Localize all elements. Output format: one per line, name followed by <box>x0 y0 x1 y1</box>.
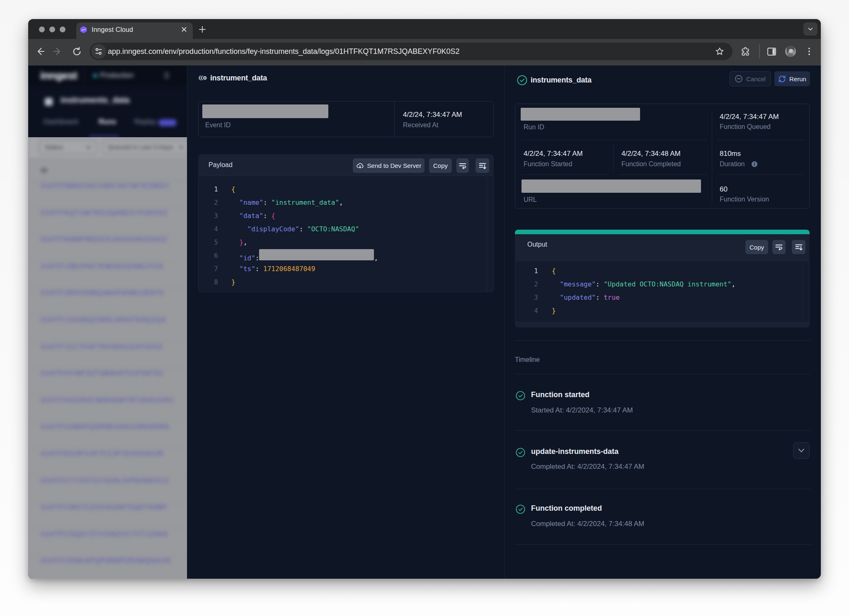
run-id-link[interactable]: 01HTFCR9KAPQP0R8PZR3MQNAX8 <box>41 557 171 565</box>
run-list-row[interactable]: 01HTFEG3FVJP7FZJP7EA5XN3JR <box>28 449 187 476</box>
run-id-link[interactable]: 01HTFHXGR0CWNH6WY8T3NAVGRC <box>41 397 175 404</box>
rerun-button[interactable]: Rerun <box>774 71 810 86</box>
timeline-item-subtitle: Started At: 4/2/2024, 7:34:47 AM <box>531 406 633 415</box>
run-id-link[interactable]: 01HTFKQT1M7RSJQABEXYF0K0S2 <box>41 209 168 217</box>
new-tab-button[interactable] <box>198 25 207 34</box>
traffic-light-close[interactable] <box>39 27 45 32</box>
run-id-link[interactable]: 01HTFN86XV6CXW67657W7E3WDY <box>41 182 170 190</box>
run-list-row[interactable]: 01HTFHYWF32TSB9H0T01F58T8J <box>28 369 187 395</box>
received-at-value: 4/2/24, 7:34:47 AM <box>403 111 462 119</box>
tab-runs[interactable]: Runs <box>99 118 116 126</box>
status-filter[interactable]: Status <box>39 140 97 155</box>
run-id-link[interactable]: 01HTFG38KPQSR9E4A91G8RARRN <box>41 423 169 431</box>
side-panel-icon[interactable] <box>764 39 779 64</box>
run-id-link[interactable]: 01HTFJ1DA8Q238SLNNHTE8Q2Q4 <box>41 316 166 324</box>
site-settings-icon[interactable] <box>91 44 106 59</box>
completed-label: Function Completed <box>621 160 681 168</box>
event-id-card: Event ID 4/2/24, 7:34:47 AM Received At <box>198 101 494 137</box>
timeline-expand-button[interactable] <box>793 442 810 459</box>
sidebar-divider <box>84 65 84 85</box>
timeline-header-divider <box>515 374 811 374</box>
run-id-link[interactable]: 01HTFCW27CZ2X3AZM75QEY94BF <box>41 504 168 511</box>
card-row-divider <box>521 175 608 175</box>
card-column-divider <box>712 109 712 204</box>
duration-info-icon[interactable] <box>751 161 758 167</box>
cancel-button[interactable]: Cancel <box>730 71 771 86</box>
tab-close-icon[interactable] <box>181 26 187 33</box>
traffic-light-zoom[interactable] <box>60 27 65 32</box>
url-label: URL <box>524 196 537 204</box>
run-list-row[interactable]: 01HTFCSQG7ZYVXNZVC7VT1Z4K6 <box>28 530 187 556</box>
run-list-row[interactable]: 01HTFKQT1M7RSJQABEXYF0K0S2 <box>28 209 187 235</box>
send-to-dev-server-button[interactable]: Send to Dev Server <box>353 158 424 173</box>
tab-dashboard[interactable]: Dashboard <box>44 118 78 126</box>
code-line: 6 "id":, <box>199 249 493 262</box>
reload-icon[interactable] <box>69 39 84 64</box>
run-list-row[interactable]: 01HTFKMBPMD0ZAJ4AG04KD3A02 <box>28 235 187 262</box>
run-id-link[interactable]: 01HTFJ9HV50BQ48AP4DM13E9T0 <box>41 289 164 297</box>
tab-replay[interactable]: Replay <box>134 118 156 126</box>
back-icon[interactable] <box>32 39 47 64</box>
section-divider <box>515 340 811 341</box>
run-id-link[interactable]: 01HTFCYYZ0YGYGDKJVP82NKXCZ <box>41 477 169 485</box>
version-value: 60 <box>720 185 728 194</box>
output-wrap-text-icon[interactable] <box>772 240 786 254</box>
card-row-divider <box>718 175 804 175</box>
extensions-icon[interactable] <box>738 39 753 64</box>
url-text[interactable]: app.inngest.com/env/production/functions… <box>108 43 459 60</box>
address-bar[interactable]: app.inngest.com/env/production/functions… <box>90 43 733 60</box>
range-filter[interactable]: Queued in Last 3 Days <box>102 140 187 155</box>
timeline-header: Timeline <box>515 356 540 364</box>
run-id-link[interactable]: 01HTFCSQG7ZYVXNZVC7VT1Z4K6 <box>41 531 168 538</box>
profile-avatar[interactable] <box>785 46 796 57</box>
sidebar-function-name: instruments_data <box>61 95 130 105</box>
run-list-row[interactable]: 01HTFJ1C7FHF7RVN051G3Y0253 <box>28 342 187 369</box>
runs-list-panel: Status Queued in Last 3 Days ID 01HTFN86… <box>28 137 187 579</box>
forward-icon[interactable] <box>51 39 65 64</box>
toolbar-separator <box>759 44 760 58</box>
run-title: instruments_data <box>531 76 592 85</box>
tab-search-button[interactable] <box>803 22 817 36</box>
run-id-link[interactable]: 01HTFJ1C7FHF7RVN051G3Y0253 <box>41 343 163 351</box>
output-copy-button[interactable]: Copy <box>745 240 768 254</box>
run-list-row[interactable]: 01HTFN86XV6CXW67657W7E3WDY <box>28 182 187 208</box>
started-label: Function Started <box>524 160 572 168</box>
queued-value: 4/2/24, 7:34:47 AM <box>720 113 779 121</box>
sidebar-env-row: inngest Production <box>28 65 187 85</box>
traffic-light-minimize[interactable] <box>49 27 55 32</box>
env-unfold-icon[interactable] <box>164 71 170 80</box>
sidebar-header: inngest Production instruments_data Dash… <box>28 65 187 137</box>
run-id-link[interactable]: 01HTFEG3FVJP7FZJP7EA5XN3JR <box>41 450 164 458</box>
run-list-row[interactable]: 01HTFJ3B1P827EWGK5Z086JYC8 <box>28 262 187 289</box>
code-line: 1{ <box>515 264 809 278</box>
browser-tab[interactable]: Inngest Cloud <box>76 22 193 39</box>
browser-window: Inngest Cloud <box>28 19 821 579</box>
output-scroll-bottom-icon[interactable] <box>792 240 805 254</box>
payload-box: Payload Send to Dev Server Copy 1{2 "nam… <box>198 154 494 292</box>
card-column-divider <box>613 144 614 170</box>
run-id-link[interactable]: 01HTFJ3B1P827EWGK5Z086JYC8 <box>41 263 163 270</box>
payload-scroll-bottom-icon[interactable] <box>475 158 489 173</box>
run-list-row[interactable]: 01HTFCW27CZ2X3AZM75QEY94BF <box>28 503 187 529</box>
run-list-row[interactable]: 01HTFCYYZ0YGYGDKJVP82NKXCZ <box>28 476 187 503</box>
run-list-row[interactable]: 01HTFJ1DA8Q238SLNNHTE8Q2Q4 <box>28 315 187 342</box>
run-status-check-icon <box>517 75 527 85</box>
env-selector[interactable]: Production <box>100 65 133 85</box>
code-line: 4 "displayCode": "OCTO:NASDAQ" <box>199 223 493 236</box>
run-id-link[interactable]: 01HTFKMBPMD0ZAJ4AG04KD3A02 <box>41 236 167 243</box>
timeline-item-subtitle: Completed At: 4/2/2024, 7:34:48 AM <box>531 520 644 528</box>
bookmark-star-icon[interactable] <box>715 43 725 60</box>
event-id-label: Event ID <box>205 121 230 129</box>
run-list-row[interactable]: 01HTFG38KPQSR9E4A91G8RARRN <box>28 422 187 449</box>
payload-copy-button[interactable]: Copy <box>429 158 452 173</box>
payload-wrap-text-icon[interactable] <box>456 158 469 173</box>
run-id-label: Run ID <box>524 124 544 131</box>
run-list-row[interactable]: 01HTFHXGR0CWNH6WY8T3NAVGRC <box>28 396 187 422</box>
run-list-row[interactable]: 01HTFCR9KAPQP0R8PZR3MQNAX8 <box>28 556 187 579</box>
run-id-link[interactable]: 01HTFHYWF32TSB9H0T01F58T8J <box>41 370 163 377</box>
sidebar: inngest Production instruments_data Dash… <box>28 65 187 579</box>
run-list-row[interactable]: 01HTFJ9HV50BQ48AP4DM13E9T0 <box>28 289 187 315</box>
tab-title: Inngest Cloud <box>92 22 133 39</box>
payload-code: 1{2 "name": "instrument_data",3 "data": … <box>198 176 494 292</box>
menu-dots-icon[interactable] <box>802 39 817 64</box>
